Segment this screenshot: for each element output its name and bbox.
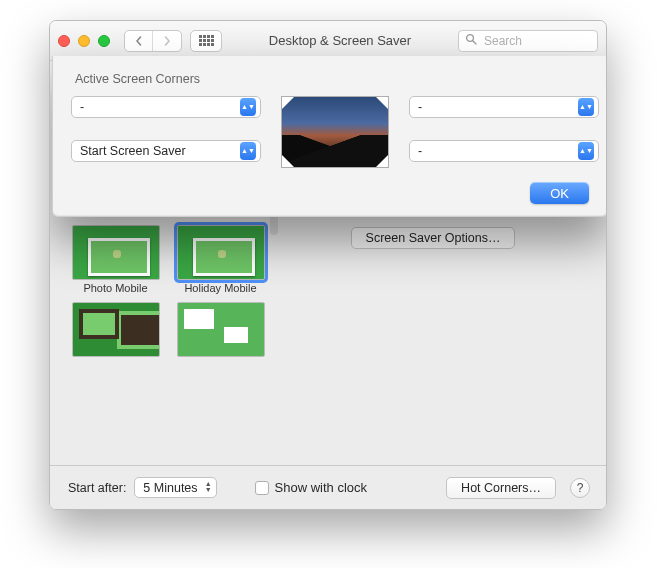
corner-bottom-right-value: -	[418, 144, 422, 158]
nav-back-forward	[124, 30, 182, 52]
corner-top-right-value: -	[418, 100, 422, 114]
dropdown-arrows-icon: ▲▼	[578, 142, 594, 160]
corner-bottom-left-select[interactable]: Start Screen Saver ▲▼	[71, 140, 261, 162]
toolbar-search[interactable]	[458, 30, 598, 52]
start-after-value: 5 Minutes	[143, 481, 197, 495]
screensaver-item[interactable]	[68, 302, 163, 359]
hot-corners-button[interactable]: Hot Corners…	[446, 477, 556, 499]
close-button[interactable]	[58, 35, 70, 47]
hot-corners-sheet: Active Screen Corners - ▲▼ - ▲▼ Start Sc…	[52, 56, 607, 217]
show-clock-label: Show with clock	[275, 480, 367, 495]
window-title: Desktop & Screen Saver	[230, 33, 450, 48]
forward-button[interactable]	[153, 31, 181, 51]
screensaver-thumb	[177, 302, 265, 357]
search-input[interactable]	[482, 33, 591, 49]
window-toolbar: Desktop & Screen Saver	[50, 21, 606, 61]
hot-corners-grid: - ▲▼ - ▲▼ Start Screen Saver ▲▼ - ▲▼	[71, 96, 589, 168]
back-button[interactable]	[125, 31, 153, 51]
screensaver-thumb	[177, 225, 265, 280]
start-after-label: Start after:	[68, 481, 126, 495]
screensaver-item[interactable]: Photo Mobile	[68, 225, 163, 294]
sheet-footer: OK	[71, 182, 589, 204]
screensaver-thumb	[72, 302, 160, 357]
screensaver-item[interactable]	[173, 302, 268, 359]
corners-preview	[281, 96, 389, 168]
search-icon	[465, 33, 477, 48]
screensaver-label: Holiday Mobile	[173, 282, 268, 294]
sheet-title: Active Screen Corners	[75, 72, 589, 86]
corner-top-left-select[interactable]: - ▲▼	[71, 96, 261, 118]
minimize-button[interactable]	[78, 35, 90, 47]
dropdown-arrows-icon: ▲▼	[240, 142, 256, 160]
help-button[interactable]: ?	[570, 478, 590, 498]
dropdown-arrows-icon: ▲▼	[578, 98, 594, 116]
corner-bottom-left-value: Start Screen Saver	[80, 144, 186, 158]
dropdown-arrows-icon: ▲▼	[240, 98, 256, 116]
screensaver-label: Photo Mobile	[68, 282, 163, 294]
screensaver-thumb	[72, 225, 160, 280]
help-icon: ?	[577, 481, 584, 495]
start-after-popup[interactable]: 5 Minutes ▲▼	[134, 477, 216, 498]
corner-top-right-select[interactable]: - ▲▼	[409, 96, 599, 118]
show-all-button[interactable]	[190, 30, 222, 52]
window-controls	[58, 35, 110, 47]
show-clock-row: Show with clock	[255, 480, 367, 495]
show-clock-checkbox[interactable]	[255, 481, 269, 495]
stepper-arrows-icon: ▲▼	[205, 481, 212, 493]
screensaver-options-button[interactable]: Screen Saver Options…	[351, 227, 516, 249]
corner-top-left-value: -	[80, 100, 84, 114]
zoom-button[interactable]	[98, 35, 110, 47]
ok-button[interactable]: OK	[530, 182, 589, 204]
screensaver-item-selected[interactable]: Holiday Mobile	[173, 225, 268, 294]
svg-line-1	[473, 41, 476, 44]
corner-bottom-right-select[interactable]: - ▲▼	[409, 140, 599, 162]
bottom-bar: Start after: 5 Minutes ▲▼ Show with cloc…	[50, 465, 606, 509]
grid-icon	[199, 35, 214, 46]
prefs-window: Desktop & Screen Saver Reflections Origa…	[49, 20, 607, 510]
